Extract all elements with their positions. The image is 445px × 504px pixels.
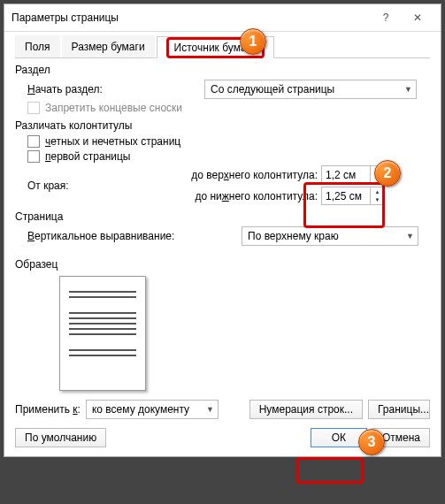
- default-button[interactable]: По умолчанию: [15, 428, 106, 447]
- odd-even-checkbox[interactable]: [27, 135, 40, 148]
- apply-row: Применить к: ко всему документу ▼ Нумера…: [15, 400, 430, 419]
- section-start-label: Начать раздел:: [27, 83, 204, 95]
- line-numbers-button[interactable]: Нумерация строк...: [249, 400, 363, 419]
- close-button[interactable]: ✕: [402, 10, 433, 26]
- preview-legend: Образец: [15, 258, 430, 271]
- no-endnotes-label: Запретить концевые сноски: [45, 102, 182, 114]
- annotation-badge-2: 2: [374, 160, 401, 187]
- chevron-down-icon: ▼: [206, 405, 214, 414]
- no-endnotes-row: Запретить концевые сноски: [27, 102, 430, 114]
- page-setup-dialog: Параметры страницы ? ✕ 1 Поля Размер бум…: [4, 4, 441, 457]
- section-start-row: Начать раздел: Со следующей страницы ▼: [27, 80, 430, 99]
- tab-fields[interactable]: Поля: [15, 35, 60, 57]
- apply-to-label: Применить к:: [15, 403, 81, 416]
- chevron-down-icon: ▼: [404, 85, 412, 94]
- spinner-buttons[interactable]: ▲▼: [370, 187, 384, 204]
- odd-even-label: четных и нечетных страниц: [45, 135, 180, 148]
- footer-distance-input[interactable]: 1,25 см ▲▼: [321, 187, 385, 205]
- apply-to-select[interactable]: ко всему документу ▼: [86, 400, 219, 419]
- help-button[interactable]: ?: [370, 10, 402, 26]
- tab-strip: Поля Размер бумаги Источник бумаги: [15, 35, 430, 58]
- vertical-align-value: По верхнему краю: [248, 230, 339, 242]
- first-page-checkbox[interactable]: [27, 150, 40, 163]
- vertical-align-label: Вертикальное выравнивание:: [27, 230, 242, 242]
- page-legend: Страница: [15, 210, 430, 223]
- section-start-select[interactable]: Со следующей страницы ▼: [204, 80, 417, 99]
- first-page-row: первой страницы: [27, 150, 430, 163]
- dialog-title: Параметры страницы: [12, 11, 370, 24]
- page-preview: [59, 276, 146, 391]
- annotation-badge-3: 3: [358, 429, 385, 455]
- from-edge-label: От края:: [27, 179, 187, 192]
- header-distance-value: 1,2 см: [322, 169, 370, 181]
- chevron-down-icon: ▼: [406, 232, 414, 241]
- titlebar: Параметры страницы ? ✕: [4, 4, 441, 32]
- vertical-align-row: Вертикальное выравнивание: По верхнему к…: [27, 226, 430, 246]
- borders-button[interactable]: Границы...: [368, 400, 430, 419]
- section-start-value: Со следующей страницы: [211, 83, 334, 95]
- no-endnotes-checkbox: [27, 102, 40, 114]
- odd-even-row: четных и нечетных страниц: [27, 135, 430, 148]
- first-page-label: первой страницы: [45, 150, 130, 163]
- annotation-badge-1: 1: [240, 28, 266, 55]
- footer-distance-label: до нижнего колонтитула:: [187, 190, 321, 202]
- tab-paper-size[interactable]: Размер бумаги: [62, 35, 155, 57]
- apply-to-value: ко всему документу: [92, 403, 189, 416]
- section-legend: Раздел: [15, 64, 430, 76]
- footer-distance-value: 1,25 см: [322, 190, 370, 202]
- header-distance-label: до верхнего колонтитула:: [187, 169, 321, 181]
- from-edge-row: От края: до верхнего колонтитула: 1,2 см…: [27, 165, 430, 205]
- vertical-align-select[interactable]: По верхнему краю ▼: [242, 226, 418, 246]
- annotation-box-3: [296, 457, 364, 484]
- headers-footers-legend: Различать колонтитулы: [15, 119, 430, 132]
